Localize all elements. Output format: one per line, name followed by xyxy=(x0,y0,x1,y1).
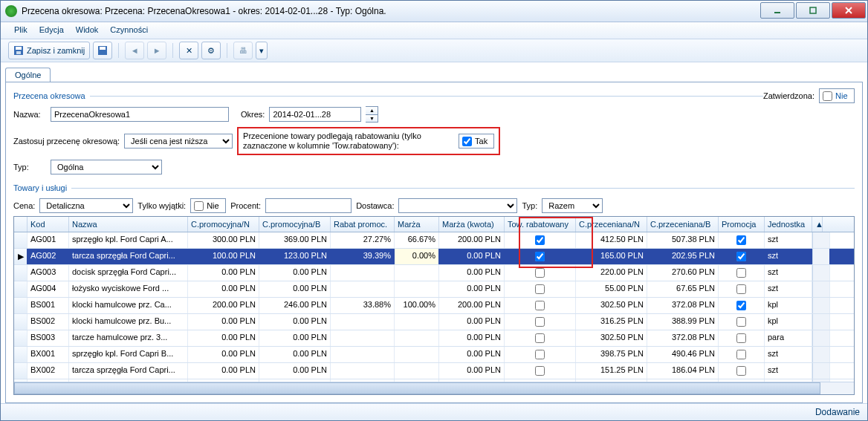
tow-rabatowany-check[interactable] xyxy=(535,317,545,327)
cell-tow-rabatowany[interactable] xyxy=(505,314,576,330)
promocja-check[interactable] xyxy=(736,366,746,376)
cell-promocja[interactable] xyxy=(719,314,765,330)
col-rabat[interactable]: Rabat promoc. xyxy=(331,217,395,232)
table-row[interactable]: BX001sprzęgło kpl. Ford Capri B...0.00 P… xyxy=(14,347,854,363)
cell-tow-rabatowany[interactable] xyxy=(505,298,576,313)
save-and-close-button[interactable]: Zapisz i zamknij xyxy=(8,42,90,59)
promocja-check[interactable] xyxy=(736,252,746,261)
col-cprzeN[interactable]: C.przeceniana/N xyxy=(576,217,647,232)
print-button[interactable]: 🖶 xyxy=(233,42,253,59)
period-field[interactable] xyxy=(269,107,361,122)
col-nazwa[interactable]: Nazwa xyxy=(69,217,188,232)
settings-button[interactable]: ⚙ xyxy=(201,42,221,59)
percent-field[interactable] xyxy=(265,198,352,213)
nav-back-button[interactable]: ◄ xyxy=(125,42,144,59)
name-field[interactable] xyxy=(51,107,229,122)
tab-general[interactable]: Ogólne xyxy=(5,68,51,82)
table-row[interactable]: AG001sprzęgło kpl. Ford Capri A...300.00… xyxy=(14,232,854,249)
promocja-check[interactable] xyxy=(736,235,746,245)
vertical-scrollbar[interactable] xyxy=(812,281,830,297)
save-button[interactable] xyxy=(93,42,112,59)
vertical-scrollbar[interactable] xyxy=(812,265,830,281)
col-marza[interactable]: Marża xyxy=(395,217,439,232)
promocja-check[interactable] xyxy=(736,284,746,294)
print-dropdown[interactable]: ▾ xyxy=(256,42,268,59)
nav-forward-button[interactable]: ► xyxy=(147,42,166,59)
cell-promocja[interactable] xyxy=(719,249,765,264)
tow-rabatowany-check[interactable] xyxy=(535,235,545,245)
col-towRab[interactable]: Tow. rabatowany xyxy=(505,217,576,232)
col-marzaKw[interactable]: Marża (kwota) xyxy=(439,217,505,232)
price-select[interactable]: Detaliczna xyxy=(39,198,133,213)
spin-up-icon[interactable]: ▲ xyxy=(366,107,378,115)
grid-body[interactable]: AG001sprzęgło kpl. Ford Capri A...300.00… xyxy=(14,232,854,382)
cell-tow-rabatowany[interactable] xyxy=(505,249,576,264)
cell-tow-rabatowany[interactable] xyxy=(505,232,576,248)
exceptions-checkbox[interactable]: Nie xyxy=(190,198,226,213)
discount-check[interactable] xyxy=(462,137,472,146)
col-jedn[interactable]: Jednostka xyxy=(765,217,812,232)
promocja-check[interactable] xyxy=(736,317,746,327)
promocja-check[interactable] xyxy=(736,301,746,310)
spin-down-icon[interactable]: ▼ xyxy=(366,115,378,123)
period-spinner[interactable]: ▲▼ xyxy=(366,106,378,123)
vertical-scrollbar[interactable] xyxy=(812,232,830,248)
close-button[interactable] xyxy=(832,2,866,19)
tow-rabatowany-check[interactable] xyxy=(535,333,545,343)
cell-promocja[interactable] xyxy=(719,281,765,297)
maximize-button[interactable] xyxy=(796,2,830,19)
vertical-scrollbar[interactable] xyxy=(812,330,830,346)
confirmed-checkbox[interactable]: Nie xyxy=(819,88,855,103)
apply-select[interactable]: Jeśli cena jest niższa xyxy=(124,134,233,149)
vertical-scrollbar[interactable] xyxy=(812,298,830,313)
promocja-check[interactable] xyxy=(736,333,746,343)
type-select[interactable]: Ogólna xyxy=(51,160,162,174)
vertical-scrollbar[interactable] xyxy=(812,363,830,379)
table-row[interactable]: BS001klocki hamulcowe prz. Ca...200.00 P… xyxy=(14,298,854,314)
cell-promocja[interactable] xyxy=(719,363,765,379)
menu-view[interactable]: Widok xyxy=(70,22,105,39)
cell-promocja[interactable] xyxy=(719,347,765,362)
cell-promocja[interactable] xyxy=(719,298,765,313)
minimize-button[interactable] xyxy=(760,2,794,19)
tools-button[interactable]: ✕ xyxy=(179,42,198,59)
tow-rabatowany-check[interactable] xyxy=(535,268,545,278)
tow-rabatowany-check[interactable] xyxy=(535,301,545,310)
discount-checkbox[interactable]: Tak xyxy=(459,134,494,149)
menu-file[interactable]: Plik xyxy=(8,22,33,39)
col-kod[interactable]: Kod xyxy=(27,217,69,232)
supplier-select[interactable] xyxy=(398,198,517,213)
cell-tow-rabatowany[interactable] xyxy=(505,265,576,281)
table-row[interactable]: AG004łożysko wyciskowe Ford ...0.00 PLN0… xyxy=(14,281,854,298)
col-promo[interactable]: Promocja xyxy=(719,217,765,232)
tow-rabatowany-check[interactable] xyxy=(535,252,545,261)
promocja-check[interactable] xyxy=(736,268,746,278)
table-row[interactable]: AG003docisk sprzęgła Ford Capri...0.00 P… xyxy=(14,265,854,281)
vertical-scrollbar[interactable] xyxy=(812,249,830,264)
confirmed-check[interactable] xyxy=(823,91,832,101)
vertical-scrollbar[interactable] xyxy=(812,314,830,330)
col-cprzeB[interactable]: C.przeceniana/B xyxy=(647,217,719,232)
menu-edit[interactable]: Edycja xyxy=(33,22,70,39)
cell-tow-rabatowany[interactable] xyxy=(505,281,576,297)
tow-rabatowany-check[interactable] xyxy=(535,284,545,294)
cell-promocja[interactable] xyxy=(719,265,765,281)
type2-select[interactable]: Razem xyxy=(542,198,603,213)
menu-actions[interactable]: Czynności xyxy=(104,22,154,39)
table-row[interactable]: BX002tarcza sprzęgła Ford Capri...0.00 P… xyxy=(14,363,854,379)
scroll-thumb[interactable] xyxy=(14,382,820,394)
tow-rabatowany-check[interactable] xyxy=(535,350,545,359)
table-row[interactable]: BS002klocki hamulcowe prz. Bu...0.00 PLN… xyxy=(14,314,854,330)
col-cpromB[interactable]: C.promocyjna/B xyxy=(259,217,331,232)
cell-promocja[interactable] xyxy=(719,232,765,248)
table-row[interactable]: BS003tarcze hamulcowe prz. 3...0.00 PLN0… xyxy=(14,330,854,347)
cell-tow-rabatowany[interactable] xyxy=(505,330,576,346)
exceptions-check[interactable] xyxy=(194,201,204,211)
cell-tow-rabatowany[interactable] xyxy=(505,363,576,379)
table-row[interactable]: ▶AG002tarcza sprzęgła Ford Capri...100.0… xyxy=(14,249,854,265)
cell-tow-rabatowany[interactable] xyxy=(505,347,576,362)
cell-promocja[interactable] xyxy=(719,330,765,346)
promocja-check[interactable] xyxy=(736,350,746,359)
vertical-scrollbar[interactable] xyxy=(812,347,830,362)
horizontal-scrollbar[interactable] xyxy=(14,382,854,394)
